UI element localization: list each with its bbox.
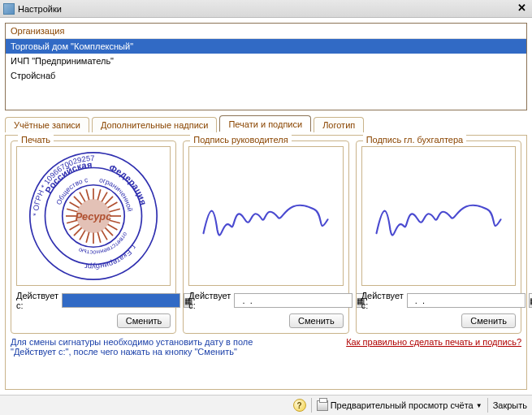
svg-line-28	[86, 189, 89, 200]
signature-icon	[370, 179, 508, 253]
svg-line-30	[97, 189, 101, 200]
separator	[487, 398, 488, 413]
svg-line-19	[80, 231, 85, 240]
printer-icon	[317, 400, 328, 411]
bottom-toolbar: ? Предварительный просмотр счёта ▼ Закры…	[0, 395, 532, 415]
preview-label: Предварительный просмотр счёта	[331, 400, 474, 410]
svg-text:ответственностью: ответственностью	[77, 231, 129, 256]
tab-extra-captions[interactable]: Дополнительные надписи	[92, 117, 218, 132]
date-input[interactable]	[234, 293, 353, 308]
change-button[interactable]: Сменить	[461, 313, 516, 328]
svg-text:Ресурс: Ресурс	[76, 210, 111, 223]
svg-line-20	[74, 227, 82, 236]
tab-stamps-signatures[interactable]: Печати и подписи	[219, 115, 311, 132]
svg-line-32	[106, 197, 114, 205]
svg-line-31	[102, 192, 107, 202]
svg-line-27	[80, 192, 85, 202]
hint-row: Для смены сигнатуры необходимо установит…	[11, 334, 521, 358]
tab-panel: Печать	[5, 135, 527, 390]
tab-logo[interactable]: Логотип	[314, 117, 364, 132]
chevron-down-icon: ▼	[476, 402, 482, 409]
group-legend: Подпись гл. бухгалтера	[363, 135, 467, 145]
signature-groups-row: Печать	[11, 140, 521, 334]
svg-line-16	[97, 232, 101, 243]
svg-line-21	[70, 224, 80, 230]
help-link[interactable]: Как правильно сделать печать и подпись?	[346, 337, 521, 347]
svg-line-33	[108, 202, 118, 208]
button-row: Сменить	[16, 313, 171, 328]
group-director-signature: Подпись руководителя Действует с: ▦ Смен…	[183, 140, 348, 334]
stamp-icon: * ОГРН * 1096670029257 Российская Федера…	[24, 147, 162, 285]
svg-line-18	[86, 232, 89, 243]
date-row: Действует с: ▦	[361, 289, 516, 310]
date-label: Действует с:	[16, 291, 58, 310]
close-icon[interactable]: ✕	[514, 2, 529, 15]
svg-line-25	[70, 202, 80, 208]
close-button[interactable]: Закрыть	[493, 400, 527, 410]
organization-row[interactable]: Стройснаб	[6, 68, 526, 83]
window-title: Настройки	[18, 4, 514, 14]
change-button[interactable]: Сменить	[289, 313, 344, 328]
organization-row[interactable]: Торговый дом "Комплексный"	[6, 39, 526, 54]
app-icon	[3, 3, 15, 15]
date-input[interactable]	[407, 293, 526, 308]
signature-preview[interactable]	[361, 146, 516, 286]
signature-preview[interactable]	[188, 146, 343, 286]
hint-text: Для смены сигнатуры необходимо установит…	[11, 337, 270, 357]
organization-header: Организация	[6, 24, 526, 39]
titlebar: Настройки ✕	[0, 0, 532, 18]
date-label: Действует с:	[361, 291, 404, 310]
tab-accounts[interactable]: Учётные записи	[5, 117, 89, 132]
signature-icon	[197, 179, 335, 253]
group-stamp: Печать	[11, 140, 176, 334]
svg-line-26	[74, 197, 82, 205]
content-area: Организация Торговый дом "Комплексный" И…	[0, 18, 532, 395]
date-row: Действует с: ▦	[188, 289, 343, 310]
stamp-preview[interactable]: * ОГРН * 1096670029257 Российская Федера…	[16, 146, 171, 286]
organization-row[interactable]: ИЧП "Предприниматель"	[6, 54, 526, 68]
svg-line-13	[108, 224, 118, 230]
date-row: Действует с: ▦	[16, 289, 171, 310]
settings-window: Настройки ✕ Организация Торговый дом "Ко…	[0, 0, 532, 415]
group-legend: Печать	[18, 135, 54, 145]
date-label: Действует с:	[188, 291, 231, 310]
help-icon[interactable]: ?	[293, 399, 306, 412]
group-legend: Подпись руководителя	[190, 135, 291, 145]
organization-list: Организация Торговый дом "Комплексный" И…	[5, 23, 527, 110]
svg-line-14	[106, 227, 114, 236]
svg-line-15	[102, 231, 107, 240]
button-row: Сменить	[188, 313, 343, 328]
tab-bar: Учётные записи Дополнительные надписи Пе…	[5, 115, 527, 132]
button-row: Сменить	[361, 313, 516, 328]
preview-invoice-button[interactable]: Предварительный просмотр счёта ▼	[317, 400, 482, 411]
group-accountant-signature: Подпись гл. бухгалтера Действует с: ▦ См…	[356, 140, 521, 334]
calendar-icon[interactable]: ▦	[529, 293, 532, 308]
separator	[311, 398, 312, 413]
date-input[interactable]	[62, 293, 180, 308]
change-button[interactable]: Сменить	[117, 313, 171, 328]
